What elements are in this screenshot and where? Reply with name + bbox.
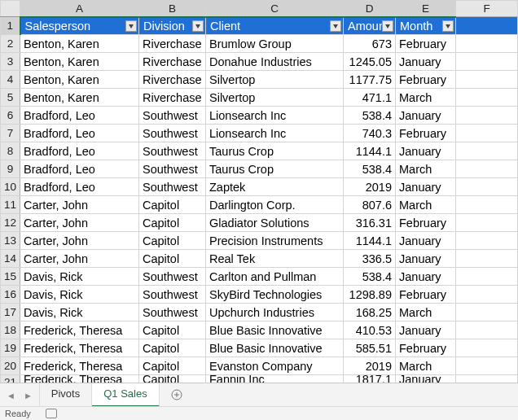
row-header[interactable]: 6 — [1, 107, 20, 125]
row-header[interactable]: 16 — [1, 286, 20, 304]
col-header-E[interactable]: E — [396, 1, 456, 17]
col-header-C[interactable]: C — [206, 1, 344, 17]
filter-dropdown-icon[interactable] — [382, 20, 393, 32]
row-header[interactable]: 7 — [1, 125, 20, 142]
cell[interactable]: Frederick, Theresa — [20, 339, 139, 357]
row-header[interactable]: 8 — [1, 142, 20, 160]
cell[interactable]: Brumlow Group — [206, 35, 344, 53]
row-header[interactable]: 5 — [1, 89, 20, 107]
cell[interactable]: Southwest — [139, 160, 206, 178]
cell[interactable]: January — [396, 53, 456, 71]
header-cell-salesperson[interactable]: Salesperson — [20, 17, 139, 35]
cell[interactable] — [456, 339, 518, 357]
cell[interactable]: Lionsearch Inc — [206, 125, 344, 142]
cell[interactable]: Upchurch Industries — [206, 304, 344, 322]
cell[interactable] — [456, 357, 518, 375]
cell[interactable]: SkyBird Technologies — [206, 286, 344, 304]
cell[interactable] — [456, 304, 518, 322]
cell[interactable]: 316.31 — [344, 214, 396, 232]
row-header[interactable]: 4 — [1, 71, 20, 89]
cell[interactable]: Capitol — [139, 322, 206, 339]
cell[interactable]: Benton, Karen — [20, 35, 139, 53]
header-cell-client[interactable]: Client — [206, 17, 344, 35]
cell[interactable]: Lionsearch Inc — [206, 107, 344, 125]
cell[interactable]: Benton, Karen — [20, 71, 139, 89]
header-cell-month[interactable]: Month — [396, 17, 456, 35]
cell[interactable]: February — [396, 125, 456, 142]
cell[interactable] — [456, 89, 518, 107]
tab-nav-prev-icon[interactable]: ◄ — [7, 391, 15, 400]
cell[interactable]: Benton, Karen — [20, 53, 139, 71]
cell[interactable] — [456, 322, 518, 339]
filter-dropdown-icon[interactable] — [330, 20, 341, 32]
row-header[interactable]: 20 — [1, 357, 20, 375]
cell[interactable]: January — [396, 107, 456, 125]
cell[interactable]: January — [396, 232, 456, 250]
col-header-A[interactable]: A — [20, 1, 139, 17]
cell[interactable]: 168.25 — [344, 304, 396, 322]
cell[interactable] — [456, 53, 518, 71]
cell[interactable]: February — [396, 71, 456, 89]
col-header-B[interactable]: B — [139, 1, 206, 17]
cell[interactable]: February — [396, 35, 456, 53]
cell[interactable]: Bradford, Leo — [20, 160, 139, 178]
cell[interactable]: Taurus Crop — [206, 142, 344, 160]
cell[interactable]: Davis, Rick — [20, 304, 139, 322]
col-header-F[interactable]: F — [456, 1, 518, 17]
cell[interactable]: Southwest — [139, 286, 206, 304]
cell[interactable]: January — [396, 250, 456, 268]
cell[interactable]: 1177.75 — [344, 71, 396, 89]
cell[interactable]: Silvertop — [206, 89, 344, 107]
cell[interactable] — [456, 17, 518, 35]
cell[interactable]: January — [396, 142, 456, 160]
cell[interactable]: March — [396, 196, 456, 214]
spreadsheet-grid[interactable]: A B C D E F 1 Salesperson Division Clien… — [0, 0, 518, 383]
cell[interactable]: 471.1 — [344, 89, 396, 107]
cell[interactable]: Capitol — [139, 339, 206, 357]
cell[interactable] — [456, 250, 518, 268]
cell[interactable]: Carter, John — [20, 214, 139, 232]
cell[interactable]: Frederick, Theresa — [20, 357, 139, 375]
cell[interactable]: 807.6 — [344, 196, 396, 214]
cell[interactable]: 740.3 — [344, 125, 396, 142]
cell[interactable]: February — [396, 286, 456, 304]
cell[interactable]: March — [396, 304, 456, 322]
cell[interactable]: Frederick, Theresa — [20, 322, 139, 339]
cell[interactable]: Taurus Crop — [206, 160, 344, 178]
cell[interactable]: Zaptek — [206, 178, 344, 196]
header-cell-division[interactable]: Division — [139, 17, 206, 35]
tab-q1-sales[interactable]: Q1 Sales — [92, 383, 159, 407]
cell[interactable]: Carlton and Pullman — [206, 268, 344, 286]
select-all-corner[interactable] — [1, 1, 20, 17]
cell[interactable] — [456, 142, 518, 160]
cell[interactable]: Southwest — [139, 304, 206, 322]
cell[interactable]: 538.4 — [344, 107, 396, 125]
row-header[interactable]: 10 — [1, 178, 20, 196]
row-header[interactable]: 9 — [1, 160, 20, 178]
cell[interactable]: March — [396, 89, 456, 107]
cell[interactable]: Southwest — [139, 142, 206, 160]
cell[interactable]: 585.51 — [344, 339, 396, 357]
cell[interactable]: 1298.89 — [344, 286, 396, 304]
cell[interactable]: March — [396, 160, 456, 178]
cell[interactable]: Carter, John — [20, 250, 139, 268]
cell[interactable]: Bradford, Leo — [20, 178, 139, 196]
cell[interactable]: 673 — [344, 35, 396, 53]
cell[interactable]: 1144.1 — [344, 142, 396, 160]
cell[interactable] — [456, 160, 518, 178]
cell[interactable]: Davis, Rick — [20, 286, 139, 304]
cell[interactable]: Southwest — [139, 107, 206, 125]
row-header[interactable]: 14 — [1, 250, 20, 268]
cell[interactable]: January — [396, 322, 456, 339]
row-header[interactable]: 3 — [1, 53, 20, 71]
filter-dropdown-icon[interactable] — [125, 20, 137, 32]
cell[interactable]: Precision Instruments — [206, 232, 344, 250]
cell[interactable] — [456, 107, 518, 125]
cell[interactable]: February — [396, 214, 456, 232]
cell[interactable]: Real Tek — [206, 250, 344, 268]
cell[interactable]: 538.4 — [344, 160, 396, 178]
cell[interactable] — [456, 125, 518, 142]
cell[interactable]: Capitol — [139, 357, 206, 375]
cell[interactable]: Gladiator Solutions — [206, 214, 344, 232]
row-header[interactable]: 1 — [1, 17, 20, 35]
